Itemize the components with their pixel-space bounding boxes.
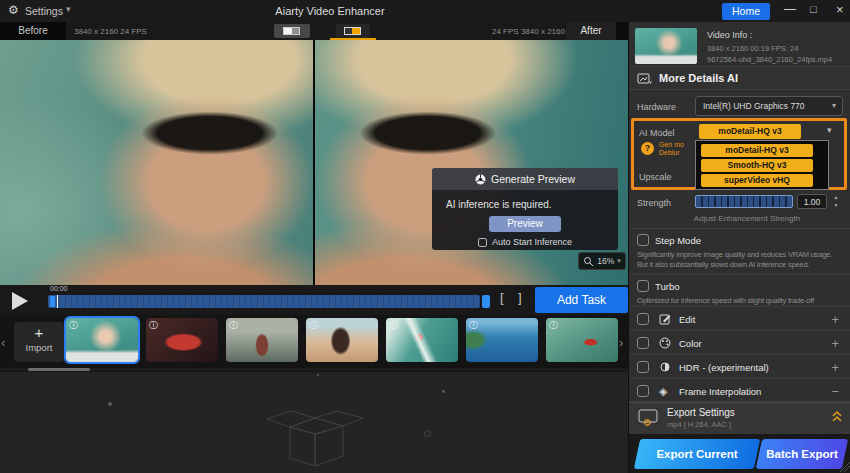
- step-mode-checkbox[interactable]: [637, 234, 649, 246]
- filmstrip-scrollbar-thumb[interactable]: [28, 368, 90, 371]
- side-by-side-toggle[interactable]: [336, 24, 370, 38]
- strength-stepper[interactable]: ▲ ▼: [831, 193, 841, 209]
- timeline-end-marker[interactable]: [482, 295, 490, 308]
- filmstrip-thumbnail[interactable]: ⓘ: [226, 318, 298, 362]
- gear-icon[interactable]: ⚙: [8, 3, 19, 17]
- zoom-control[interactable]: 16% ▾: [578, 252, 626, 270]
- ai-model-option[interactable]: Smooth-HQ v3: [701, 159, 813, 172]
- filmstrip-thumbnail[interactable]: ⓘ: [466, 318, 538, 362]
- hdr-label: HDR - (experimental): [679, 362, 769, 373]
- filmstrip-thumbnail[interactable]: ⓘ: [546, 318, 618, 362]
- maximize-button[interactable]: □: [810, 3, 817, 15]
- help-icon[interactable]: ?: [641, 142, 654, 155]
- side-by-side-icon: [344, 27, 361, 35]
- auto-start-checkbox[interactable]: [478, 238, 487, 247]
- expand-button[interactable]: +: [831, 360, 839, 375]
- close-button[interactable]: ×: [836, 2, 844, 17]
- info-icon[interactable]: ⓘ: [69, 319, 78, 332]
- info-icon[interactable]: ⓘ: [549, 319, 558, 332]
- strength-hint: Adjust Enhancement Strength: [665, 214, 829, 223]
- preview-divider[interactable]: [313, 40, 315, 285]
- zoom-chevron-icon[interactable]: ▾: [617, 257, 621, 265]
- timeline-time: 00:00: [50, 285, 68, 292]
- drop-zone[interactable]: [0, 372, 628, 473]
- mark-in-button[interactable]: [: [500, 290, 504, 305]
- section-row-edit[interactable]: Edit +: [629, 307, 850, 331]
- hdr-checkbox[interactable]: [637, 361, 649, 373]
- split-view-toggle[interactable]: [274, 24, 310, 38]
- info-icon[interactable]: ⓘ: [389, 319, 398, 332]
- edit-checkbox[interactable]: [637, 313, 649, 325]
- filmstrip-prev-chevron[interactable]: ‹: [1, 335, 5, 350]
- hardware-select[interactable]: Intel(R) UHD Graphics 770 ▾: [695, 96, 843, 116]
- home-button[interactable]: Home: [722, 3, 770, 20]
- add-task-button[interactable]: Add Task: [535, 287, 628, 313]
- ai-model-select[interactable]: moDetail-HQ v3: [699, 124, 801, 139]
- expand-button[interactable]: +: [831, 336, 839, 351]
- more-details-ai-header: More Details AI: [629, 66, 850, 90]
- filmstrip-thumbnail[interactable]: ⓘ: [386, 318, 458, 362]
- timeline-start-marker[interactable]: [50, 296, 55, 307]
- settings-menu[interactable]: Settings: [25, 5, 63, 17]
- color-checkbox[interactable]: [637, 337, 649, 349]
- resize-grip[interactable]: [840, 462, 850, 472]
- decorative-dot: [442, 390, 445, 393]
- stepper-down-icon[interactable]: ▼: [834, 201, 839, 209]
- zoom-level: 16%: [597, 256, 614, 266]
- before-tab[interactable]: Before: [0, 22, 66, 40]
- ai-model-chevron-icon[interactable]: ▾: [827, 125, 832, 135]
- collapse-chevrons-icon[interactable]: [831, 411, 843, 422]
- play-button[interactable]: [12, 292, 28, 310]
- titlebar: ⚙ Settings ▾ Aiarty Video Enhancer Home …: [0, 0, 850, 22]
- strength-value[interactable]: 1.00: [797, 194, 827, 209]
- mark-out-button[interactable]: ]: [518, 290, 522, 305]
- filmstrip-scrollbar-track: [0, 368, 628, 371]
- filmstrip-next-chevron[interactable]: ›: [619, 335, 623, 350]
- help-text-line2: Deblur: [659, 149, 695, 156]
- filmstrip-thumbnail[interactable]: ⓘ: [306, 318, 378, 362]
- before-resolution-label: 3840 x 2160 24 FPS: [74, 27, 147, 36]
- split-view-icon: [283, 27, 300, 35]
- ai-model-label: AI Model: [639, 128, 675, 138]
- ai-model-option[interactable]: superVideo vHQ: [701, 174, 813, 187]
- export-current-button[interactable]: Export Current: [634, 439, 760, 469]
- video-info-filename: 9672564-uhd_3840_2160_24fps.mp4: [707, 55, 847, 64]
- info-icon[interactable]: ⓘ: [229, 319, 238, 332]
- info-icon[interactable]: ⓘ: [149, 319, 158, 332]
- export-buttons-area: Export Current Batch Export: [629, 434, 850, 473]
- batch-export-button[interactable]: Batch Export: [756, 439, 848, 469]
- expand-button[interactable]: +: [831, 312, 839, 327]
- hardware-chevron-icon: ▾: [832, 97, 836, 115]
- divider: [629, 228, 850, 229]
- section-row-hdr[interactable]: HDR - (experimental) +: [629, 355, 850, 379]
- import-button[interactable]: + Import: [14, 322, 64, 362]
- timeline-cursor[interactable]: [57, 295, 58, 308]
- strength-slider[interactable]: [695, 195, 793, 208]
- generate-preview-dialog: Generate Preview AI inference is require…: [432, 168, 618, 250]
- plus-icon: +: [14, 324, 64, 342]
- section-row-color[interactable]: Color +: [629, 331, 850, 355]
- preview-button[interactable]: Preview: [489, 216, 561, 232]
- section-row-frame-interpolation[interactable]: ◈ Frame Interpolation −: [629, 379, 850, 402]
- turbo-checkbox[interactable]: [637, 280, 649, 292]
- after-tab[interactable]: After: [566, 22, 616, 40]
- filmstrip-thumbnail[interactable]: ⓘ: [66, 318, 138, 362]
- chevron-down-icon[interactable]: ▾: [66, 4, 71, 14]
- filmstrip-thumbnail[interactable]: ⓘ: [146, 318, 218, 362]
- stepper-up-icon[interactable]: ▲: [834, 193, 839, 201]
- import-label: Import: [14, 342, 64, 353]
- aperture-icon: [475, 174, 486, 185]
- auto-start-label: Auto Start Inference: [492, 237, 572, 247]
- info-icon[interactable]: ⓘ: [309, 319, 318, 332]
- minimize-button[interactable]: —: [784, 2, 796, 16]
- ai-model-option[interactable]: moDetail-HQ v3: [701, 144, 813, 157]
- frame-interpolation-checkbox[interactable]: [637, 385, 649, 397]
- collapse-button[interactable]: −: [831, 384, 839, 399]
- color-label: Color: [679, 338, 702, 349]
- before-preview-image: [0, 40, 313, 285]
- info-icon[interactable]: ⓘ: [469, 319, 478, 332]
- export-settings-strip[interactable]: ⚙ Export Settings mp4 [ H.264, AAC ]: [629, 402, 850, 434]
- frame-interpolation-icon: ◈: [659, 385, 672, 398]
- more-details-ai-title: More Details AI: [659, 72, 738, 84]
- timeline-track[interactable]: [48, 295, 480, 308]
